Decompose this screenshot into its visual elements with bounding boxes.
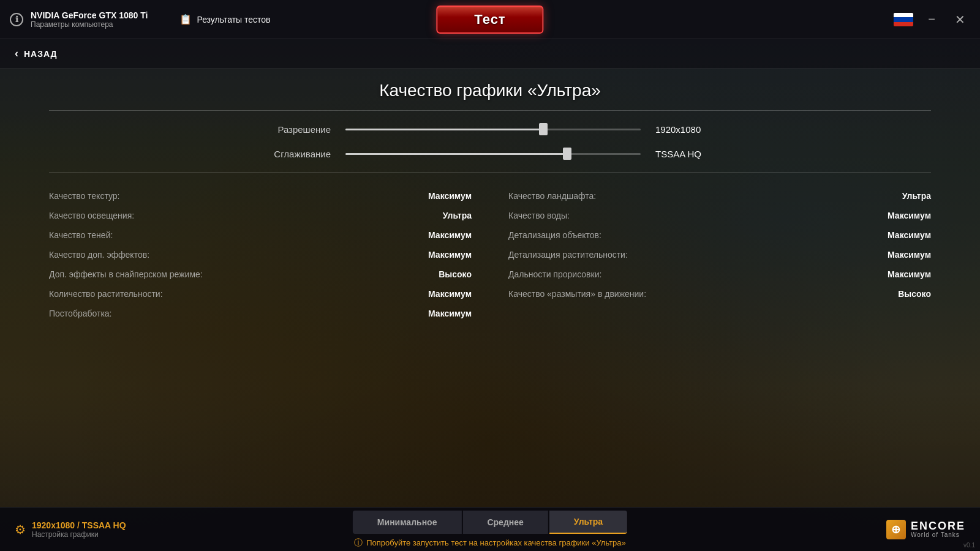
setting-motion-blur-name: Качество «размытия» в движении:	[508, 289, 893, 299]
setting-motion-blur-value: Высоко	[898, 289, 931, 299]
gpu-name: NVIDIA GeForce GTX 1080 Ti	[31, 10, 148, 20]
aa-label: Сглаживание	[245, 149, 331, 159]
setting-water-name: Качество воды:	[508, 211, 883, 220]
setting-landscape: Качество ландшафта: Ультра	[508, 187, 931, 204]
setting-postprocess: Постобработка: Максимум	[49, 305, 472, 322]
content-area: Качество графики «Ультра» Разрешение 192…	[0, 69, 980, 507]
bottom-settings-main: 1920x1080 / TSSAA HQ	[32, 520, 126, 530]
encore-logo-icon: ⊕	[886, 520, 906, 539]
settings-left-column: Качество текстур: Максимум Качество осве…	[49, 187, 472, 322]
bottom-right: ⊕ ENCORE World of Tanks	[886, 520, 965, 539]
back-arrow-icon: ‹	[15, 47, 19, 60]
results-icon: 📋	[179, 13, 192, 25]
setting-effects: Качество доп. эффектов: Максимум	[49, 246, 472, 263]
test-button[interactable]: Тест	[436, 6, 543, 34]
aa-thumb[interactable]	[563, 148, 571, 160]
resolution-slider-container[interactable]	[345, 123, 641, 135]
encore-name: ENCORE	[911, 520, 965, 531]
aa-slider-container[interactable]	[345, 148, 641, 160]
info-icon: ℹ	[10, 13, 23, 26]
setting-landscape-name: Качество ландшафта:	[508, 191, 897, 201]
setting-water-value: Максимум	[888, 211, 931, 220]
settings-right-column: Качество ландшафта: Ультра Качество воды…	[508, 187, 931, 322]
resolution-thumb[interactable]	[539, 123, 548, 135]
resolution-track	[345, 129, 641, 130]
gpu-sub: Параметры компьютера	[31, 20, 148, 29]
bottom-left: ⚙ 1920x1080 / TSSAA HQ Настройка графики	[15, 520, 126, 539]
language-flag[interactable]	[894, 13, 913, 26]
setting-texture-name: Качество текстур:	[49, 191, 423, 201]
header-center: Тест	[436, 6, 543, 34]
setting-sniper-value: Высоко	[439, 269, 472, 279]
close-button[interactable]: ✕	[950, 10, 970, 29]
setting-shadows-name: Качество теней:	[49, 230, 423, 240]
notice-row: ⓘ Попробуйте запустить тест на настройка…	[354, 538, 626, 549]
setting-postprocess-value: Максимум	[428, 309, 472, 318]
encore-text: ENCORE World of Tanks	[911, 520, 965, 538]
tab-medium[interactable]: Среднее	[462, 511, 548, 534]
gear-icon: ⚙	[15, 522, 26, 537]
setting-objects: Детализация объектов: Максимум	[508, 227, 931, 244]
bottom-center: Минимальное Среднее Ультра ⓘ Попробуйте …	[353, 511, 627, 549]
setting-effects-name: Качество доп. эффектов:	[49, 250, 423, 260]
top-divider	[49, 110, 931, 111]
aa-track	[345, 153, 641, 155]
setting-lighting-name: Качество освещения:	[49, 211, 438, 220]
setting-water: Качество воды: Максимум	[508, 207, 931, 224]
setting-lighting-value: Ультра	[443, 211, 472, 220]
setting-vegetation-detail-name: Детализация растительности:	[508, 250, 883, 260]
gpu-info: NVIDIA GeForce GTX 1080 Ti Параметры ком…	[31, 10, 148, 29]
setting-texture-value: Максимум	[428, 191, 472, 201]
notice-text: Попробуйте запустить тест на настройках …	[366, 538, 626, 547]
setting-draw-distance: Дальности прорисовки: Максимум	[508, 266, 931, 283]
setting-sniper-name: Доп. эффекты в снайперском режиме:	[49, 269, 434, 279]
nav-bar: ‹ НАЗАД	[0, 39, 980, 69]
setting-foliage-value: Максимум	[428, 289, 472, 299]
resolution-label: Разрешение	[245, 124, 331, 135]
setting-draw-distance-value: Максимум	[888, 269, 931, 279]
results-label: Результаты тестов	[197, 15, 270, 24]
aa-slider-row: Сглаживание TSSAA HQ	[245, 148, 735, 160]
aa-value: TSSAA HQ	[655, 149, 735, 159]
setting-vegetation-detail-value: Максимум	[888, 250, 931, 260]
resolution-slider-row: Разрешение 1920x1080	[245, 123, 735, 135]
setting-texture: Качество текстур: Максимум	[49, 187, 472, 204]
minimize-button[interactable]: −	[923, 10, 940, 29]
setting-foliage: Количество растительности: Максимум	[49, 285, 472, 302]
back-label: НАЗАД	[24, 49, 58, 59]
header-right: − ✕	[894, 10, 970, 29]
setting-motion-blur: Качество «размытия» в движении: Высоко	[508, 285, 931, 302]
tab-minimum[interactable]: Минимальное	[353, 511, 462, 534]
bottom-settings-sub: Настройка графики	[32, 530, 126, 539]
results-section: 📋 Результаты тестов	[179, 13, 270, 25]
back-button[interactable]: ‹ НАЗАД	[15, 47, 58, 60]
header: ℹ NVIDIA GeForce GTX 1080 Ti Параметры к…	[0, 0, 980, 39]
setting-shadows: Качество теней: Максимум	[49, 227, 472, 244]
aa-fill	[345, 153, 567, 155]
resolution-value: 1920x1080	[655, 124, 735, 135]
encore-logo: ⊕ ENCORE World of Tanks	[886, 520, 965, 539]
setting-postprocess-name: Постобработка:	[49, 309, 423, 318]
setting-foliage-name: Количество растительности:	[49, 289, 423, 299]
setting-sniper: Доп. эффекты в снайперском режиме: Высок…	[49, 266, 472, 283]
setting-vegetation-detail: Детализация растительности: Максимум	[508, 246, 931, 263]
setting-objects-name: Детализация объектов:	[508, 230, 883, 240]
setting-shadows-value: Максимум	[428, 230, 472, 240]
setting-draw-distance-name: Дальности прорисовки:	[508, 269, 883, 279]
page-title: Качество графики «Ультра»	[379, 81, 601, 100]
setting-lighting: Качество освещения: Ультра	[49, 207, 472, 224]
main-panel: ℹ NVIDIA GeForce GTX 1080 Ti Параметры к…	[0, 0, 980, 551]
setting-objects-value: Максимум	[888, 230, 931, 240]
middle-divider	[49, 172, 931, 173]
notice-icon: ⓘ	[354, 538, 363, 549]
tab-ultra[interactable]: Ультра	[549, 511, 627, 534]
setting-landscape-value: Ультра	[902, 191, 931, 201]
settings-grid: Качество текстур: Максимум Качество осве…	[49, 187, 931, 322]
setting-effects-value: Максимум	[428, 250, 472, 260]
bottom-settings-info: 1920x1080 / TSSAA HQ Настройка графики	[32, 520, 126, 539]
sliders-section: Разрешение 1920x1080 Сглаживание	[245, 123, 735, 160]
quality-tabs: Минимальное Среднее Ультра	[353, 511, 627, 534]
bottom-bar: ⚙ 1920x1080 / TSSAA HQ Настройка графики…	[0, 507, 980, 551]
resolution-fill	[345, 129, 543, 130]
encore-sub: World of Tanks	[911, 531, 965, 538]
